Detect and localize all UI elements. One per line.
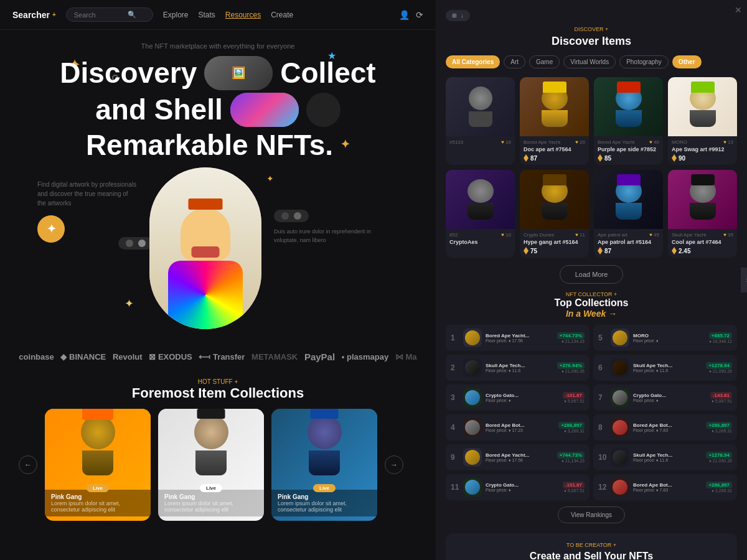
coll-info-7: Crypto Gato... Floor price: ♦ — [633, 393, 707, 403]
carousel-next-btn[interactable]: → — [385, 455, 403, 474]
cat-btn-game[interactable]: Game — [529, 55, 560, 68]
sparkle-title: ✦ — [341, 139, 350, 151]
coll-avatar-4 — [463, 418, 482, 437]
nft-body-4 — [690, 110, 716, 127]
nft-card-4[interactable]: MORO ♥13 Ape Swag art #9912 90 — [668, 77, 737, 165]
filter-toggle[interactable]: ⊞ ↓ — [446, 10, 470, 21]
collection-img-2 — [158, 409, 264, 490]
nav-icons: 👤 ⟳ — [399, 10, 423, 20]
cat-btn-art[interactable]: Art — [504, 55, 525, 68]
collection-row-4[interactable]: 4 Bored Ape Bot... Floor price: ♦ 17.23 … — [446, 414, 590, 441]
toggle-pill-top[interactable] — [274, 210, 309, 222]
eth-icon-3 — [598, 154, 603, 162]
card-info-1: Pink Gang Lorem ipsum dolor sit amet, co… — [45, 490, 151, 516]
heart-icon-4: ♥ — [723, 139, 726, 145]
left-panel: Searcher+ 🔍 Explore Stats Resources Crea… — [0, 0, 436, 560]
star-btn[interactable]: ✦ — [37, 215, 65, 243]
nft-card-2[interactable]: Bored Ape Yacht ♥20 Doc ape art #7564 87 — [520, 77, 589, 165]
heart-icon-6: ♥ — [575, 232, 578, 238]
nft-price-4: 90 — [679, 155, 685, 162]
eth-icon-2 — [524, 154, 529, 162]
coll-avatar-12 — [611, 478, 629, 497]
nft-name-2: Doc ape art #7564 — [524, 146, 585, 152]
cat-btn-photography[interactable]: Photography — [619, 55, 669, 68]
search-box[interactable]: 🔍 — [66, 7, 153, 22]
discover-tag: DISCOVER + — [446, 26, 737, 32]
hero-tagline: The NFT marketplace with everything for … — [25, 42, 411, 50]
collection-row-11[interactable]: 11 Crypto Gato... Floor price: ♦ -101.87… — [446, 474, 590, 500]
nft-ape-head-8 — [690, 179, 716, 203]
collection-row-1[interactable]: 1 Bored Ape Yacht... Floor price: ♦ 17.5… — [446, 325, 590, 351]
nft-card-5[interactable]: 852 ♥10 CryptoAes — [446, 170, 515, 258]
load-more-btn[interactable]: Load More — [560, 265, 624, 284]
collection-row-12[interactable]: 12 Bored Ape Bot... Floor price: ♦ 7.83 … — [593, 474, 737, 500]
nav-resources[interactable]: Resources — [225, 11, 261, 19]
collection-row-3[interactable]: 3 Crypto Gato... Floor price: ♦ -101.87 … — [446, 385, 590, 411]
nft-hat-4 — [691, 82, 715, 93]
view-rankings-btn[interactable]: View Rankings — [558, 506, 625, 523]
collections-section: HOT STUFF + Foremost Item Collections ← … — [0, 372, 436, 527]
card-badge-3: Live — [313, 484, 336, 492]
nft-card-6[interactable]: Crypto Dunee ♥11 Hype gang art #5164 75 — [520, 170, 589, 258]
close-btn[interactable]: ✕ — [735, 5, 742, 15]
coll-info-5: MORO Floor price: ♦ — [633, 333, 705, 343]
collection-row-5[interactable]: 5 MORO Floor price: ♦ +885.72 ♦ 16,344.1… — [593, 325, 737, 351]
coll-stats-9: +744.73% ♦ 21,134.23 — [557, 452, 585, 463]
collections-tag: HOT STUFF + — [19, 378, 417, 385]
coll-info-10: Skull Ape Tech... Floor price: ♦ 11.6 — [633, 452, 702, 462]
panel-handle[interactable]: › — [741, 268, 747, 292]
collections-list: 1 Bored Ape Yacht... Floor price: ♦ 17.5… — [446, 325, 737, 500]
partner-ma: ⋈ Ma — [395, 352, 417, 362]
coll-info-1: Bored Ape Yacht... Floor price: ♦ 17.56 — [486, 333, 553, 343]
nft-price-7: 87 — [604, 248, 611, 254]
collections-title: Foremost Item Collections — [19, 385, 417, 401]
nft-card-3[interactable]: Bored Ape Yacht ♥40 Purple ape side #785… — [594, 77, 663, 165]
nft-card-8[interactable]: Skull Ape Yacht ♥35 Cool ape art #7464 2… — [668, 170, 737, 258]
partner-plasmapay: • plasmapay — [342, 352, 388, 362]
toggle-left[interactable] — [118, 237, 153, 250]
coll-stats-7: -143.81 ♦ 5,067.51 — [710, 392, 732, 403]
hero-pill-colorful — [230, 93, 299, 127]
nav-create[interactable]: Create — [271, 11, 293, 19]
nft-hat-7 — [617, 174, 641, 185]
logo: Searcher+ — [12, 10, 56, 20]
nft-grid: #5133 ♥16 — [446, 77, 737, 258]
collection-row-6[interactable]: 6 Skull Ape Tech... Floor price: ♦ 11.6 … — [593, 355, 737, 381]
coll-avatar-10 — [611, 448, 629, 467]
nft-img-2 — [520, 77, 589, 136]
coll-info-2: Skull Ape Tech... Floor price: ♦ 11.6 — [486, 363, 553, 373]
collection-row-9[interactable]: 9 Bored Ape Yacht... Floor price: ♦ 17.5… — [446, 444, 590, 470]
hero-pill-round — [306, 93, 341, 127]
nft-ape-head-5 — [467, 179, 494, 203]
nft-body-7 — [616, 203, 642, 220]
collection-row-10[interactable]: 10 Skull Ape Tech... Floor price: ♦ 11.6… — [593, 444, 737, 470]
nav-stats[interactable]: Stats — [198, 11, 215, 19]
carousel-prev-btn[interactable]: ← — [19, 455, 37, 474]
refresh-icon[interactable]: ⟳ — [416, 10, 423, 20]
collection-row-7[interactable]: 7 Crypto Gato... Floor price: ♦ -143.81 … — [593, 385, 737, 411]
collection-row-8[interactable]: 8 Bored Ape Bot... Floor price: ♦ 7.83 +… — [593, 414, 737, 441]
nft-name-3: Purple ape side #7852 — [598, 146, 659, 152]
nft-card-1[interactable]: #5133 ♥16 — [446, 77, 515, 165]
cat-btn-other[interactable]: Other — [672, 55, 702, 68]
collection-card-2: Live Pink Gang Lorem ipsum dolor sit ame… — [158, 409, 264, 521]
collection-row-2[interactable]: 2 Skull Ape Tech... Floor price: ♦ 11.6 … — [446, 355, 590, 381]
cat-btn-all[interactable]: All Categories — [446, 55, 500, 68]
coll-stats-10: +1278.94 ♦ 21,090.26 — [706, 452, 732, 463]
nft-hat-8 — [691, 174, 715, 185]
nft-info-2: Bored Ape Yacht ♥20 Doc ape art #7564 87 — [520, 136, 589, 165]
discover-title: Discover Items — [446, 35, 737, 48]
coll-avatar-11 — [463, 478, 482, 497]
search-input[interactable] — [74, 11, 124, 19]
cat-btn-virtual[interactable]: Virtual Worlds — [563, 55, 616, 68]
user-icon[interactable]: 👤 — [399, 10, 410, 20]
navbar: Searcher+ 🔍 Explore Stats Resources Crea… — [0, 0, 436, 30]
nft-card-7[interactable]: Ape patrol art ♥45 Ape patrol art #5164 … — [594, 170, 663, 258]
nft-ape-head-2 — [542, 86, 568, 110]
nft-hat-6 — [543, 174, 566, 185]
coll-info-3: Crypto Gato... Floor price: ♦ — [486, 393, 559, 403]
nft-body-6 — [542, 203, 568, 220]
nav-explore[interactable]: Explore — [163, 11, 189, 19]
coll-info-12: Bored Ape Bot... Floor price: ♦ 7.83 — [633, 482, 702, 492]
top-collections-title: Top Collections — [446, 297, 737, 309]
